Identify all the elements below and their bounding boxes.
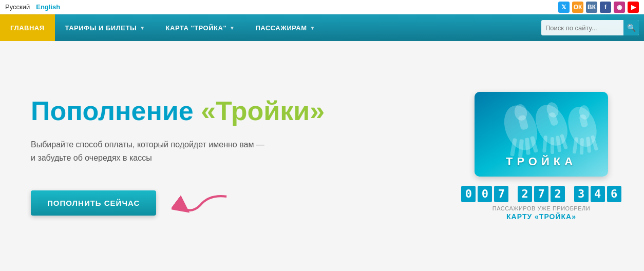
search-input[interactable] <box>541 24 623 32</box>
nav-tariffs[interactable]: ТАРИФЫ И БИЛЕТЫ ▼ <box>55 14 156 41</box>
chevron-down-icon: ▼ <box>230 25 235 31</box>
instagram-icon[interactable]: ◉ <box>614 2 625 13</box>
hero-title: Пополнение «Тройки» <box>31 96 449 126</box>
social-icons: 𝕏 ОК ВК f ◉ ▶ <box>558 2 639 13</box>
counter-separator-1 <box>512 186 515 202</box>
counter-link[interactable]: КАРТУ «ТРОЙКА» <box>506 212 576 221</box>
svg-rect-19 <box>580 138 584 154</box>
arrow-icon <box>172 190 233 221</box>
hero-title-blue: Пополнение <box>31 96 194 126</box>
search-area: 🔍 <box>536 14 644 41</box>
search-button[interactable]: 🔍 <box>623 20 639 35</box>
search-box: 🔍 <box>541 20 639 35</box>
nav-tariffs-label: ТАРИФЫ И БИЛЕТЫ <box>65 24 137 32</box>
counter-separator-2 <box>568 186 571 202</box>
vkontakte-icon[interactable]: ВК <box>586 2 597 13</box>
counter-digit-8: 4 <box>591 186 605 202</box>
nav-passengers[interactable]: ПАССАЖИРАМ ▼ <box>245 14 326 41</box>
main-nav: ГЛАВНАЯ ТАРИФЫ И БИЛЕТЫ ▼ КАРТА "ТРОЙКА"… <box>0 14 644 41</box>
counter-digit-2: 0 <box>478 186 492 202</box>
svg-rect-12 <box>551 137 554 154</box>
nav-passengers-label: ПАССАЖИРАМ <box>255 24 307 32</box>
odnoklassniki-icon[interactable]: ОК <box>572 2 583 13</box>
twitter-icon[interactable]: 𝕏 <box>558 2 570 13</box>
counter-digit-5: 7 <box>534 186 548 202</box>
nav-card-label: КАРТА "ТРОЙКА" <box>166 24 227 32</box>
counter-digit-7: 3 <box>574 186 589 202</box>
troika-card: ТРОЙКА <box>475 92 608 177</box>
card-label: ТРОЙКА <box>506 155 577 168</box>
counter-digit-6: 2 <box>551 186 565 202</box>
chevron-down-icon: ▼ <box>310 25 315 31</box>
lang-links: Русский English <box>5 3 60 11</box>
lang-russian[interactable]: Русский <box>5 3 30 11</box>
hero-section: Пополнение «Тройки» Выбирайте способ опл… <box>0 41 644 271</box>
counter-digit-3: 7 <box>494 186 508 202</box>
nav-home-label: ГЛАВНАЯ <box>10 24 45 32</box>
facebook-icon[interactable]: f <box>600 2 611 13</box>
lang-bar: Русский English 𝕏 ОК ВК f ◉ ▶ <box>0 0 644 14</box>
search-icon: 🔍 <box>627 24 636 32</box>
counter-digit-4: 2 <box>518 186 532 202</box>
youtube-icon[interactable]: ▶ <box>628 2 639 13</box>
hero-content: Пополнение «Тройки» Выбирайте способ опл… <box>31 96 449 216</box>
cta-button[interactable]: ПОПОЛНИТЬ СЕЙЧАС <box>31 190 156 216</box>
hero-subtitle: Выбирайте способ оплаты, который подойде… <box>31 138 277 164</box>
nav-home[interactable]: ГЛАВНАЯ <box>0 14 55 41</box>
card-area: ТРОЙКА 0 0 7 2 7 2 3 4 6 ПАССАЖИРОВ УЖЕ … <box>469 92 613 221</box>
cta-area: ПОПОЛНИТЬ СЕЙЧАС <box>31 190 449 216</box>
lang-english[interactable]: English <box>36 3 60 11</box>
counter-digit-9: 6 <box>607 186 621 202</box>
counter-row: 0 0 7 2 7 2 3 4 6 <box>461 186 621 202</box>
nav-card[interactable]: КАРТА "ТРОЙКА" ▼ <box>156 14 245 41</box>
counter-text: ПАССАЖИРОВ УЖЕ ПРИОБРЕЛИ <box>493 205 590 211</box>
chevron-down-icon: ▼ <box>140 25 145 31</box>
counter-digit-1: 0 <box>461 186 476 202</box>
hero-title-green: «Тройки» <box>201 96 325 126</box>
